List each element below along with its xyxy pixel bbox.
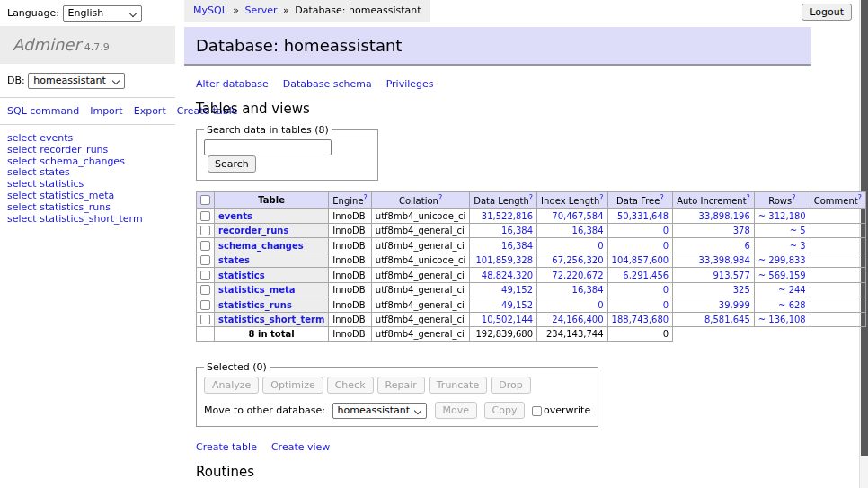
data-length-link[interactable]: 31,522,816 [482, 211, 533, 221]
rows-link[interactable]: ~ 244 [778, 285, 806, 295]
rows-link[interactable]: ~ 312,180 [758, 211, 806, 221]
column-help-link[interactable]: ? [792, 194, 795, 202]
select-all-checkbox[interactable] [200, 195, 210, 205]
sidebar-select-link[interactable]: select statistics_short_term [7, 214, 168, 226]
sidebar-action-link[interactable]: Export [134, 105, 166, 117]
auto-increment-link[interactable]: 378 [733, 226, 750, 235]
row-checkbox[interactable] [200, 285, 210, 295]
adminer-logo-link[interactable]: Adminer [13, 35, 81, 54]
analyze-button[interactable]: Analyze [204, 377, 259, 394]
auto-increment-link[interactable]: 325 [733, 285, 750, 295]
engine-cell: InnoDB [329, 268, 372, 283]
data-free-link[interactable]: 0 [663, 285, 669, 295]
column-help-link[interactable]: ? [599, 194, 603, 202]
column-help-link[interactable]: ? [858, 194, 862, 202]
table-name-link[interactable]: recorder_runs [218, 226, 288, 235]
language-label: Language: [7, 7, 59, 19]
create-table-link[interactable]: Create table [196, 441, 257, 453]
index-length-link[interactable]: 0 [598, 300, 603, 310]
rows-link[interactable]: ~ 136,108 [758, 315, 806, 324]
data-length-link[interactable]: 101,859,328 [475, 255, 533, 265]
data-length-link[interactable]: 16,384 [501, 226, 533, 235]
table-name-link[interactable]: states [218, 255, 250, 265]
data-free-link[interactable]: 0 [663, 226, 669, 235]
logout-button[interactable]: Logout [802, 4, 852, 21]
create-view-link[interactable]: Create view [271, 441, 330, 453]
auto-increment-link[interactable]: 33,898,196 [699, 211, 750, 221]
language-select[interactable]: English [63, 5, 142, 22]
table-name-link[interactable]: statistics_short_term [218, 315, 324, 324]
sidebar-select-link[interactable]: select statistics_runs [7, 202, 168, 214]
move-button[interactable]: Move [435, 402, 478, 419]
column-help-link[interactable]: ? [529, 194, 533, 202]
row-checkbox[interactable] [200, 300, 210, 310]
subnav-link[interactable]: Alter database [196, 78, 269, 90]
breadcrumb-link[interactable]: Server [245, 4, 278, 16]
row-checkbox[interactable] [200, 241, 210, 251]
row-checkbox[interactable] [200, 271, 210, 280]
data-free-link[interactable]: 104,857,600 [612, 255, 669, 265]
table-name-link[interactable]: statistics_meta [218, 285, 295, 295]
data-free-link[interactable]: 0 [663, 241, 669, 251]
auto-increment-link[interactable]: 6 [744, 241, 749, 251]
rows-link[interactable]: ~ 299,833 [758, 255, 806, 265]
data-length-link[interactable]: 49,152 [501, 285, 533, 295]
breadcrumb-link[interactable]: MySQL [193, 4, 227, 16]
sidebar-action-link[interactable]: SQL command [7, 105, 79, 117]
subnav-link[interactable]: Database schema [283, 78, 372, 90]
data-length-link[interactable]: 16,384 [501, 241, 533, 251]
index-length-link[interactable]: 16,384 [572, 285, 604, 295]
data-length-link[interactable]: 49,152 [501, 300, 533, 310]
column-help-link[interactable]: ? [660, 194, 663, 202]
data-free-link[interactable]: 6,291,456 [623, 271, 669, 280]
db-select[interactable]: homeassistant [28, 73, 125, 89]
index-length-link[interactable]: 72,220,672 [552, 271, 603, 280]
search-input[interactable] [204, 139, 332, 155]
auto-increment-link[interactable]: 8,581,645 [704, 315, 750, 324]
sidebar-action-link[interactable]: Import [90, 105, 123, 117]
data-free-link[interactable]: 0 [663, 300, 669, 310]
repair-button[interactable]: Repair [377, 377, 425, 394]
rows-link[interactable]: ~ 5 [790, 226, 806, 235]
row-checkbox[interactable] [200, 255, 210, 265]
subnav-link[interactable]: Privileges [386, 78, 434, 90]
move-db-select[interactable]: homeassistant [332, 403, 428, 419]
column-help-link[interactable]: ? [747, 194, 750, 202]
index-length-link[interactable]: 67,256,320 [552, 255, 603, 265]
copy-button[interactable]: Copy [484, 402, 526, 419]
drop-button[interactable]: Drop [491, 377, 530, 394]
table-name-link[interactable]: events [218, 211, 252, 221]
data-free-link[interactable]: 188,743,680 [612, 315, 669, 324]
auto-increment-link[interactable]: 913,577 [713, 271, 749, 280]
index-length-link[interactable]: 16,384 [572, 226, 604, 235]
rows-link[interactable]: ~ 569,159 [758, 271, 806, 280]
table-name-link[interactable]: statistics [218, 271, 265, 280]
rows-link[interactable]: ~ 3 [790, 241, 806, 251]
column-help-link[interactable]: ? [438, 194, 442, 202]
rows-link[interactable]: ~ 628 [778, 300, 806, 310]
index-length-link[interactable]: 0 [598, 241, 603, 251]
data-free-link[interactable]: 50,331,648 [617, 211, 669, 221]
rows-link-cell: ~ 244 [754, 282, 810, 297]
overwrite-checkbox[interactable] [532, 406, 542, 416]
index-length-link[interactable]: 70,467,584 [552, 211, 603, 221]
search-button[interactable]: Search [208, 155, 256, 173]
index-length-link[interactable]: 24,166,400 [552, 315, 603, 324]
optimize-button[interactable]: Optimize [262, 377, 323, 394]
truncate-button[interactable]: Truncate [429, 377, 487, 394]
sidebar-select-link[interactable]: select events [7, 133, 168, 145]
auto-increment-link[interactable]: 39,999 [719, 300, 750, 310]
column-help-link[interactable]: ? [364, 194, 368, 202]
auto-increment-link[interactable]: 33,398,984 [699, 255, 750, 265]
sidebar-select-link[interactable]: select statistics_meta [7, 191, 168, 202]
table-name-link[interactable]: schema_changes [218, 241, 304, 251]
data-length-link[interactable]: 48,824,320 [482, 271, 533, 280]
data-length-link[interactable]: 10,502,144 [482, 315, 533, 324]
row-checkbox[interactable] [200, 211, 210, 221]
sidebar-select-link[interactable]: select recorder_runs [7, 145, 168, 156]
check-button[interactable]: Check [327, 377, 374, 394]
table-name-link[interactable]: statistics_runs [218, 300, 292, 310]
row-checkbox[interactable] [200, 226, 210, 235]
row-checkbox[interactable] [200, 315, 210, 324]
rows-link-cell: ~ 569,159 [754, 268, 810, 283]
